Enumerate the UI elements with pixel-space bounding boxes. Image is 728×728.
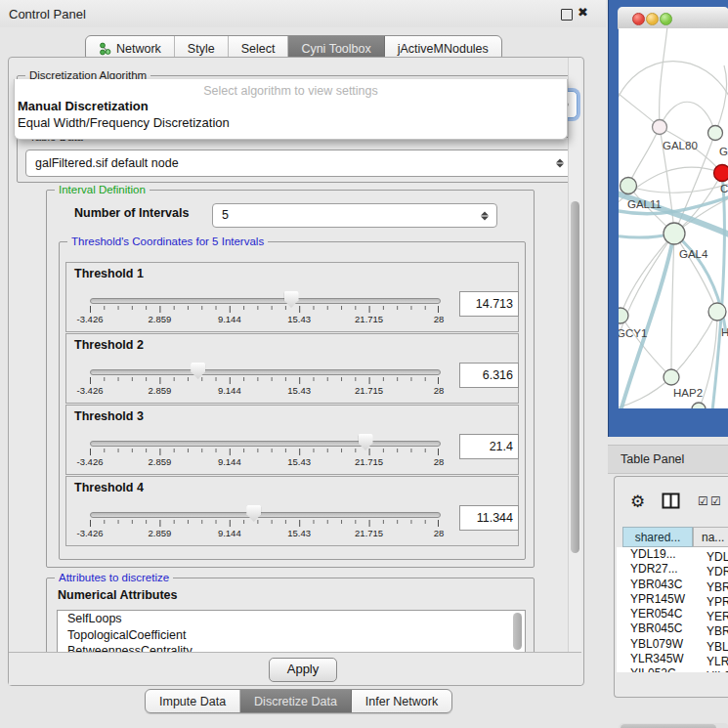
slider-tick-label: 2.859 (149, 456, 172, 467)
close-traffic-light-icon[interactable] (632, 13, 645, 25)
network-edge[interactable] (619, 234, 674, 363)
threshold-slider-track[interactable] (90, 298, 441, 304)
slider-tick-label: 9.144 (218, 385, 241, 396)
table-data-combobox[interactable]: galFiltered.sif default node (25, 150, 573, 177)
slider-tick-label: 15.43 (287, 456, 311, 467)
threshold-value-field[interactable]: 14.713 (459, 291, 519, 317)
interval-definition-title: Interval Definition (55, 183, 150, 197)
node-gal11[interactable] (621, 178, 637, 194)
slider-tick-label: 9.144 (218, 456, 241, 467)
gear-icon[interactable]: ⚙ (630, 492, 645, 512)
number-of-intervals-combobox[interactable]: 5 (212, 203, 497, 228)
zoom-traffic-light-icon[interactable] (660, 13, 672, 25)
network-edge[interactable] (671, 312, 717, 377)
table-row[interactable]: YER054CYER0... (617, 607, 728, 621)
node-gal80[interactable] (653, 120, 667, 135)
control-panel-title: Control Panel (9, 7, 86, 21)
attribute-item-topologicalcoefficient[interactable]: TopologicalCoefficient (58, 627, 525, 644)
combo-arrows-icon (556, 159, 564, 168)
thresholds-group-title: Threshold's Coordinates for 5 Intervals (67, 235, 268, 249)
node-gcy1[interactable] (619, 308, 628, 323)
network-edge[interactable] (621, 316, 671, 377)
checkbox-icon[interactable]: ☑ (698, 494, 708, 508)
network-edge[interactable] (660, 102, 715, 133)
table-panel-title: Table Panel (621, 452, 684, 466)
close-icon[interactable]: ✖ (578, 5, 588, 20)
node-top-right[interactable] (708, 126, 723, 141)
node-label-h: H (721, 326, 728, 338)
table-row[interactable]: YBL079WYBL0... (617, 637, 728, 652)
slider-ticks (90, 520, 441, 529)
top-tab-bar: NetworkStyleSelectCyni ToolboxjActiveMNo… (0, 27, 606, 61)
network-edge[interactable] (671, 234, 674, 377)
apply-button[interactable]: Apply (269, 658, 337, 682)
threshold-value-field[interactable]: 6.316 (459, 363, 519, 388)
attributes-scrollbar[interactable] (512, 613, 523, 652)
network-canvas[interactable]: GAL80GACGAL11GAL4GCY1HHAP2 (619, 28, 728, 408)
attribute-item-betweennesscentrality[interactable]: BetweennessCentrality (58, 643, 525, 652)
slider-tick-label: 28 (434, 385, 445, 396)
tab-impute-data[interactable]: Impute Data (146, 690, 240, 712)
attributes-group: Attributes to discretize Numerical Attri… (46, 578, 535, 652)
network-edge[interactable] (715, 65, 727, 133)
slider-tick-label: 2.859 (149, 314, 172, 324)
tab-discretize-data[interactable]: Discretize Data (240, 690, 352, 712)
tab-label: Network (116, 42, 161, 56)
network-window-titlebar[interactable] (618, 7, 728, 29)
panel-scroll-area: Discretization Algorithm Table Data galF… (9, 58, 581, 652)
tab-label: Select (241, 42, 276, 56)
threshold-slider-track[interactable] (90, 441, 441, 447)
node-right[interactable] (708, 303, 726, 321)
control-panel-titlebar: Control Panel ✖ (0, 0, 606, 27)
network-edge[interactable] (674, 234, 717, 312)
table-row[interactable]: YLR345WYLR3... (617, 652, 728, 666)
node-red[interactable] (714, 165, 728, 182)
attributes-group-title: Attributes to discretize (55, 571, 173, 585)
cell-shared-name: YDR27... (617, 562, 699, 576)
threshold-value-field[interactable]: 11.344 (459, 505, 519, 531)
network-edge[interactable] (628, 183, 728, 193)
panel-scrollbar-thumb[interactable] (571, 201, 579, 553)
column-header-1[interactable]: shared... (622, 527, 693, 547)
table-row[interactable]: YDL19...YDL1... (617, 547, 728, 562)
threshold-label: Threshold 4 (74, 481, 144, 494)
threshold-value-field[interactable]: 21.4 (459, 434, 519, 459)
table-horizontal-scrollbar[interactable] (619, 723, 728, 728)
panel-vertical-scrollbar[interactable] (568, 58, 581, 652)
slider-tick-label: 21.715 (355, 456, 383, 467)
network-edge[interactable] (628, 127, 660, 186)
table-row[interactable]: YBR043CYBR0... (617, 578, 728, 592)
table-panel: ⚙☑☑ shared...na... YDL19...YDL1...YDR27.… (614, 476, 728, 698)
network-edge[interactable] (619, 62, 728, 107)
network-edge[interactable] (619, 89, 660, 127)
attribute-item-selfloops[interactable]: SelfLoops (58, 611, 525, 627)
threshold-slider-track[interactable] (90, 512, 441, 518)
network-edge[interactable] (660, 28, 667, 127)
numerical-attributes-list[interactable]: SelfLoopsTopologicalCoefficientBetweenne… (57, 610, 526, 652)
node-gal4[interactable] (664, 223, 685, 244)
table-hscroll-thumb[interactable] (621, 724, 716, 728)
cell-shared-name: YBL079W (617, 637, 699, 651)
node-label-ga: GA (719, 146, 728, 157)
float-window-icon[interactable] (561, 9, 573, 21)
table-row[interactable]: YDR27...YDR2... (617, 562, 728, 577)
tab-label: jActiveMNodules (398, 42, 489, 56)
table-row[interactable]: YBR045CYBR0... (617, 621, 728, 636)
split-view-icon[interactable] (662, 492, 680, 514)
slider-tick-label: 15.43 (287, 385, 311, 396)
node-hap2[interactable] (664, 369, 679, 385)
table-rows: YDL19...YDL1...YDR27...YDR2...YBR043CYBR… (617, 547, 728, 672)
number-of-intervals-value: 5 (222, 204, 229, 227)
table-row[interactable]: YIL052CYIL0... (617, 666, 728, 672)
column-header-2[interactable]: na... (693, 527, 728, 547)
minimize-traffic-light-icon[interactable] (646, 13, 659, 25)
tab-infer-network[interactable]: Infer Network (352, 690, 451, 712)
checkbox-icon[interactable]: ☑ (710, 494, 721, 508)
interval-definition-group: Interval Definition Number of Intervals … (46, 190, 535, 568)
dropdown-item-manual-discretization[interactable]: Manual Discretization (15, 98, 567, 114)
threshold-slider-track[interactable] (90, 369, 441, 375)
dropdown-item-equal-width-frequency-discretization[interactable]: Equal Width/Frequency Discretization (15, 114, 567, 131)
slider-tick-label: 15.43 (287, 314, 311, 324)
table-row[interactable]: YPR145WYPR1... (617, 592, 728, 607)
node-bottom[interactable] (692, 403, 706, 408)
